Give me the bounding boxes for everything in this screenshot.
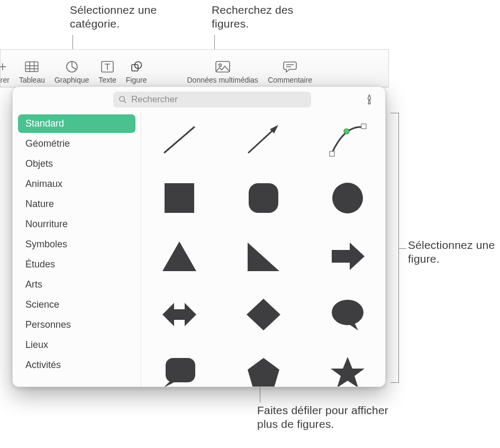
table-icon [25, 60, 39, 74]
shape-icon [130, 60, 143, 74]
toolbar-label: Tableau [19, 76, 45, 84]
svg-rect-5 [216, 61, 230, 72]
shape-rounded-square[interactable] [241, 178, 286, 218]
toolbar-chart[interactable]: Graphique [54, 60, 89, 84]
popover-header [13, 87, 385, 112]
svg-line-8 [165, 127, 194, 153]
toolbar-insert[interactable]: érer [0, 60, 10, 84]
shape-double-arrow-horizontal[interactable] [157, 294, 202, 335]
shape-triangle[interactable] [157, 236, 202, 276]
search-input[interactable] [131, 94, 306, 105]
plus-icon [0, 60, 8, 74]
category-item-animaux[interactable]: Animaux [18, 175, 135, 193]
category-item-symboles[interactable]: Symboles [18, 235, 135, 254]
callout-bracket-right [390, 113, 399, 383]
draw-shape-button[interactable] [362, 92, 377, 107]
svg-point-6 [219, 64, 221, 67]
category-item-personnes[interactable]: Personnes [18, 316, 135, 334]
svg-rect-12 [361, 124, 366, 129]
svg-point-22 [332, 300, 363, 325]
callout-line [399, 248, 406, 249]
svg-point-7 [120, 96, 124, 101]
shape-pentagon[interactable] [241, 353, 286, 387]
shapes-grid-area[interactable] [141, 112, 385, 387]
category-item-activites[interactable]: Activités [18, 356, 135, 374]
svg-rect-24 [166, 358, 195, 382]
category-sidebar: Standard Géométrie Objets Animaux Nature… [13, 112, 141, 387]
shapes-popover: Standard Géométrie Objets Animaux Nature… [12, 86, 386, 387]
category-item-objets[interactable]: Objets [18, 155, 135, 173]
search-icon [119, 95, 127, 104]
comment-icon [283, 60, 297, 74]
svg-line-9 [249, 128, 275, 153]
toolbar-text[interactable]: Texte [98, 60, 116, 84]
category-item-science[interactable]: Science [18, 295, 135, 314]
shape-circle[interactable] [325, 178, 370, 218]
callout-scroll-more: Faites défiler pour afficher plus de fig… [257, 404, 411, 432]
callout-search-shapes: Recherchez des figures. [212, 3, 323, 31]
pen-icon [363, 94, 375, 105]
toolbar-label: Texte [98, 76, 116, 84]
app-toolbar: érer Tableau Graphique Texte Figure [0, 49, 389, 87]
svg-rect-11 [330, 151, 334, 156]
media-icon [215, 60, 230, 74]
category-item-standard[interactable]: Standard [18, 114, 135, 133]
shape-arrow-right[interactable] [325, 236, 370, 276]
svg-marker-17 [162, 241, 196, 271]
toolbar-label: Graphique [54, 76, 89, 84]
category-item-lieux[interactable]: Lieux [18, 336, 135, 354]
svg-marker-21 [247, 299, 280, 330]
toolbar-label: Figure [126, 76, 147, 84]
svg-rect-14 [165, 183, 194, 213]
text-icon [101, 60, 114, 74]
category-item-nourriture[interactable]: Nourriture [18, 215, 135, 234]
toolbar-label: Données multimédias [187, 76, 259, 84]
shape-line[interactable] [157, 120, 202, 160]
chart-icon [66, 60, 78, 74]
shape-curve-editable[interactable] [325, 120, 370, 160]
svg-rect-0 [26, 62, 39, 71]
callout-select-category: Sélectionnez une catégorie. [70, 3, 181, 31]
toolbar-shape[interactable]: Figure [126, 60, 147, 84]
toolbar-label: Commentaire [268, 76, 312, 84]
svg-point-13 [344, 129, 349, 134]
svg-marker-19 [332, 243, 365, 270]
shape-speech-bubble[interactable] [325, 294, 370, 335]
toolbar-comment[interactable]: Commentaire [268, 60, 312, 84]
shape-right-triangle[interactable] [241, 236, 286, 276]
category-item-nature[interactable]: Nature [18, 195, 135, 213]
popover-arrow [189, 86, 202, 87]
svg-marker-27 [331, 357, 365, 387]
toolbar-media[interactable]: Données multimédias [187, 60, 259, 84]
svg-marker-20 [162, 303, 196, 326]
svg-point-16 [332, 183, 363, 213]
toolbar-table[interactable]: Tableau [19, 60, 45, 84]
shape-star[interactable] [325, 353, 370, 387]
category-item-etudes[interactable]: Études [18, 255, 135, 274]
shape-callout-rounded[interactable] [157, 353, 202, 387]
category-item-arts[interactable]: Arts [18, 275, 135, 294]
toolbar-label: érer [0, 76, 10, 84]
svg-rect-15 [249, 183, 278, 213]
callout-select-shape: Sélectionnez une figure. [408, 238, 498, 266]
shape-square[interactable] [157, 178, 202, 218]
shape-arrow-line[interactable] [241, 120, 286, 160]
svg-marker-26 [248, 358, 279, 387]
shape-diamond[interactable] [241, 294, 286, 335]
svg-marker-18 [248, 243, 279, 271]
category-item-geometrie[interactable]: Géométrie [18, 135, 135, 153]
search-field-wrap[interactable] [113, 92, 311, 107]
